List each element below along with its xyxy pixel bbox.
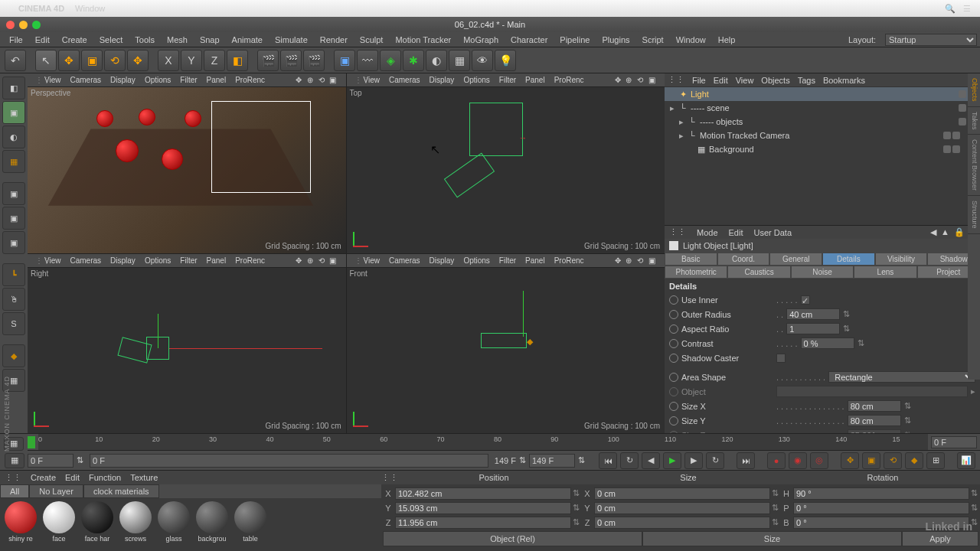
app-name[interactable]: CINEMA 4D	[18, 4, 64, 13]
vp-nav-icons[interactable]: ✥ ⊕ ⟲ ▣	[610, 76, 662, 84]
attr-userdata[interactable]: User Data	[754, 228, 792, 237]
vp-nav-icons[interactable]: ✥ ⊕ ⟲ ▣	[291, 256, 342, 265]
vp-menu-options[interactable]: Options	[140, 76, 175, 84]
anim-dot[interactable]	[669, 310, 678, 319]
vp-menu-filter[interactable]: Filter	[495, 256, 521, 265]
point-mode-button[interactable]: ▣	[2, 182, 25, 205]
range-start-input[interactable]	[28, 454, 74, 468]
mac-menu-window[interactable]: Window	[75, 4, 105, 13]
menu-snap[interactable]: Snap	[194, 34, 226, 46]
area-shape-select[interactable]: Rectangle	[828, 371, 975, 383]
vp-menu-prorender[interactable]: ProRenc	[230, 76, 270, 84]
coord-system-button[interactable]: ◧	[227, 50, 248, 71]
tab-visibility[interactable]: Visibility	[875, 253, 928, 266]
size-x-input[interactable]	[848, 400, 901, 412]
menu-file[interactable]: File	[3, 34, 29, 46]
om-bookmarks[interactable]: Bookmarks	[823, 76, 865, 85]
grip-icon[interactable]: ⋮⋮	[668, 75, 684, 85]
light-button[interactable]: 👁	[472, 50, 493, 71]
material-item[interactable]: screws	[118, 501, 153, 551]
menu-simulate[interactable]: Simulate	[269, 34, 314, 46]
om-view[interactable]: View	[736, 76, 754, 85]
vp-menu-cameras[interactable]: Cameras	[384, 76, 425, 84]
select-tool[interactable]: ↖	[35, 50, 57, 71]
material-item[interactable]: face har	[80, 501, 115, 551]
environment-button[interactable]: ◐	[426, 50, 447, 71]
texture-mode-button[interactable]: ◐	[2, 126, 25, 148]
grip-icon[interactable]: ⋮⋮	[31, 256, 40, 265]
vp-menu-cameras[interactable]: Cameras	[384, 256, 425, 265]
axis-button[interactable]: ┗	[2, 263, 25, 286]
vp-menu-view[interactable]: View	[40, 76, 66, 84]
viewport-front[interactable]: ⋮⋮ View Cameras Display Options Filter P…	[347, 254, 665, 434]
tab-noise[interactable]: Noise	[791, 266, 854, 279]
close-icon[interactable]	[6, 21, 15, 29]
scale-tool[interactable]: ▣	[81, 50, 103, 71]
menu-mesh[interactable]: Mesh	[161, 34, 194, 46]
expand-icon[interactable]: ▸	[677, 131, 686, 141]
om-tags[interactable]: Tags	[798, 76, 815, 85]
expand-icon[interactable]: ▸	[677, 117, 686, 127]
goto-start-button[interactable]: ⏮	[599, 452, 617, 469]
grip-icon[interactable]: ⋮⋮	[669, 227, 686, 237]
material-item[interactable]: backgrou	[194, 501, 230, 551]
viewport-right[interactable]: ⋮⋮ View Cameras Display Options Filter P…	[28, 254, 346, 434]
object-row[interactable]: ▦ Background	[665, 142, 980, 156]
menu-icon[interactable]: ☰	[963, 4, 971, 14]
snap-button[interactable]: S	[2, 312, 25, 335]
object-link-input[interactable]	[776, 386, 968, 397]
spinner-icon[interactable]: ⇅	[573, 503, 580, 513]
anim-dot[interactable]	[669, 373, 678, 382]
key-scale-button[interactable]: ▣	[862, 452, 880, 469]
viewport-top[interactable]: ⋮⋮ View Cameras Display Options Filter P…	[347, 73, 665, 253]
axis-x-button[interactable]: X	[158, 50, 179, 71]
size-input[interactable]	[594, 487, 770, 500]
menu-create[interactable]: Create	[56, 34, 93, 46]
menu-plugins[interactable]: Plugins	[596, 34, 635, 46]
spinner-icon[interactable]: ⇅	[904, 401, 912, 411]
make-editable-button[interactable]: ◧	[2, 77, 25, 99]
spinner-icon[interactable]: ⇅	[904, 416, 912, 425]
playhead[interactable]	[28, 436, 35, 448]
minimize-icon[interactable]	[19, 21, 28, 29]
misc-button[interactable]: 💡	[495, 50, 516, 71]
anim-dot[interactable]	[669, 324, 678, 334]
spinner-icon[interactable]: ⇅	[573, 517, 580, 527]
expand-icon[interactable]: ▸	[668, 103, 677, 113]
object-row-light[interactable]: ✦ Light	[665, 87, 980, 101]
object-row[interactable]: ▸ └ ----- scene	[665, 101, 980, 115]
rot-input[interactable]	[793, 502, 969, 514]
side-tab-takes[interactable]: Takes	[968, 107, 980, 135]
current-frame-input2[interactable]	[90, 454, 488, 468]
vp-menu-panel[interactable]: Panel	[202, 76, 231, 84]
spinner-icon[interactable]: ⇅	[772, 517, 779, 527]
move-tool[interactable]: ✥	[58, 50, 80, 71]
pos-input[interactable]	[395, 487, 571, 500]
key-pos-button[interactable]: ✥	[841, 452, 859, 469]
material-item[interactable]: face	[41, 501, 77, 551]
vp-menu-prorender[interactable]: ProRenc	[550, 256, 589, 265]
menu-select[interactable]: Select	[93, 34, 129, 46]
generator-button[interactable]: ◈	[380, 50, 401, 71]
om-file[interactable]: File	[692, 76, 706, 85]
size-input[interactable]	[594, 502, 770, 514]
cube-button[interactable]: ▣	[334, 50, 355, 71]
vp-menu-panel[interactable]: Panel	[521, 76, 550, 84]
menu-render[interactable]: Render	[314, 34, 354, 46]
current-frame-input[interactable]	[931, 436, 977, 448]
nav-lock-icon[interactable]: 🔒	[954, 227, 965, 237]
spinner-icon[interactable]: ⇅	[971, 503, 978, 513]
nav-up-icon[interactable]: ▲	[941, 227, 949, 237]
coord-mode-select[interactable]: Object (Rel)	[383, 531, 642, 546]
anim-dot[interactable]	[669, 416, 678, 425]
mat-create[interactable]: Create	[31, 473, 56, 482]
spinner-icon[interactable]: ⇅	[843, 309, 851, 319]
menu-mograph[interactable]: MoGraph	[457, 34, 505, 46]
side-tab-objects[interactable]: Objects	[968, 73, 980, 107]
tab-coord[interactable]: Coord.	[717, 253, 770, 266]
axis-z-button[interactable]: Z	[204, 50, 225, 71]
vp-menu-display[interactable]: Display	[425, 256, 459, 265]
forward-button[interactable]: ↻	[706, 452, 724, 469]
keyframe-button[interactable]: ◎	[810, 452, 828, 469]
range-end-input[interactable]	[529, 454, 575, 468]
